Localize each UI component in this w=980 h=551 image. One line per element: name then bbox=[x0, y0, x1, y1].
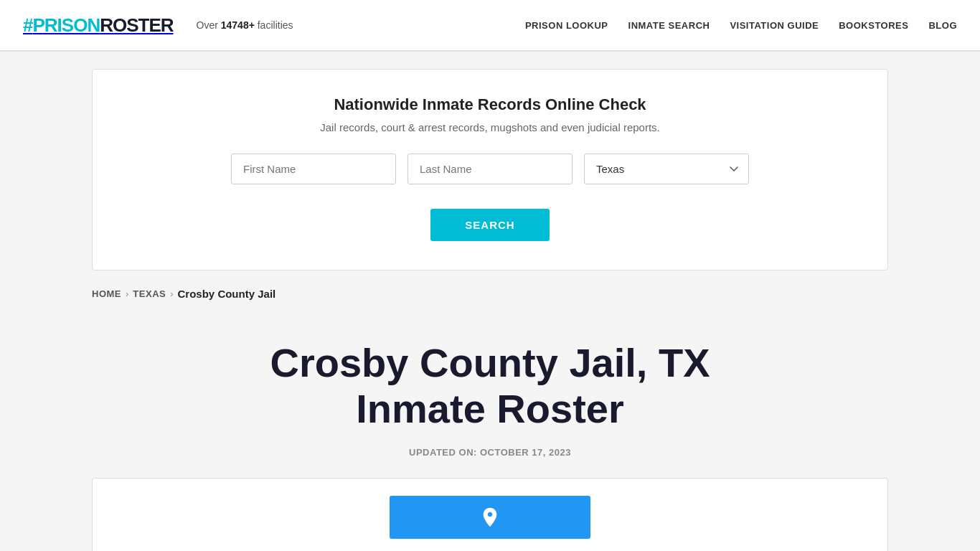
search-widget: Nationwide Inmate Records Online Check J… bbox=[92, 69, 888, 270]
site-header: #PRISONROSTER Over 14748+ facilities PRI… bbox=[0, 0, 980, 52]
page-title: Crosby County Jail, TX Inmate Roster bbox=[217, 340, 763, 433]
breadcrumb-home[interactable]: Home bbox=[92, 288, 121, 299]
map-icon bbox=[479, 506, 501, 529]
facilities-number: 14748+ bbox=[221, 19, 255, 31]
main-nav: PRISON LOOKUP INMATE SEARCH VISITATION G… bbox=[525, 20, 957, 31]
breadcrumb-chevron-2: › bbox=[170, 288, 173, 299]
breadcrumb-current: Crosby County Jail bbox=[178, 288, 276, 300]
search-form: Texas Alabama Alaska Arizona Arkansas Ca… bbox=[127, 154, 853, 241]
breadcrumb-chevron-1: › bbox=[126, 288, 128, 299]
search-button[interactable]: SEARCH bbox=[430, 209, 549, 241]
logo-prison: PRISON bbox=[32, 14, 100, 37]
facilities-count-text: Over 14748+ facilities bbox=[197, 19, 293, 31]
updated-text: UPDATED ON: OCTOBER 17, 2023 bbox=[17, 447, 963, 458]
state-select[interactable]: Texas Alabama Alaska Arizona Arkansas Ca… bbox=[584, 154, 749, 184]
nav-blog[interactable]: BLOG bbox=[928, 20, 957, 31]
nav-bookstores[interactable]: BOOKSTORES bbox=[839, 20, 908, 31]
page-title-section: Crosby County Jail, TX Inmate Roster UPD… bbox=[17, 317, 963, 478]
nav-prison-lookup[interactable]: PRISON LOOKUP bbox=[525, 20, 608, 31]
breadcrumb: Home › Texas › Crosby County Jail bbox=[92, 288, 888, 300]
search-btn-row: SEARCH bbox=[127, 209, 853, 241]
nav-inmate-search[interactable]: INMATE SEARCH bbox=[628, 20, 710, 31]
search-widget-title: Nationwide Inmate Records Online Check bbox=[127, 95, 853, 114]
map-placeholder bbox=[390, 496, 590, 539]
logo[interactable]: #PRISONROSTER bbox=[23, 14, 174, 37]
first-name-input[interactable] bbox=[231, 154, 396, 184]
logo-hash: # bbox=[23, 14, 32, 37]
search-widget-subtitle: Jail records, court & arrest records, mu… bbox=[127, 121, 853, 133]
logo-roster: ROSTER bbox=[100, 14, 173, 37]
nav-visitation-guide[interactable]: VISITATION GUIDE bbox=[730, 20, 819, 31]
breadcrumb-texas[interactable]: Texas bbox=[133, 288, 166, 299]
last-name-input[interactable] bbox=[407, 154, 573, 184]
bottom-card bbox=[92, 478, 888, 551]
main-content: Nationwide Inmate Records Online Check J… bbox=[0, 69, 980, 551]
